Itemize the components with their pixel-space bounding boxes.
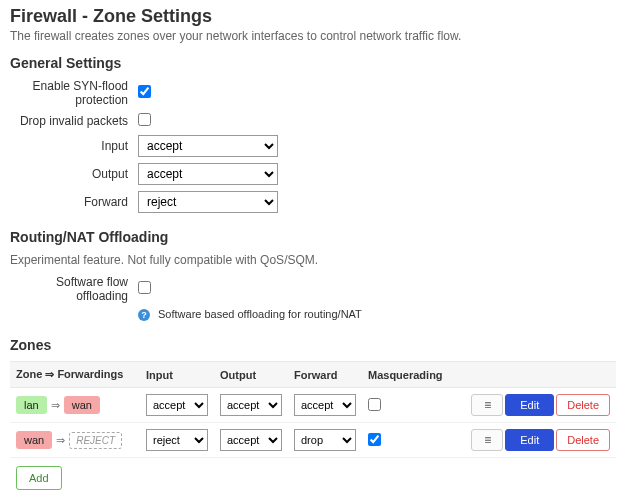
page-title: Firewall - Zone Settings [10, 6, 616, 27]
table-row: lan⇒wanacceptrejectdropacceptrejectdropa… [10, 388, 616, 423]
drop-invalid-checkbox[interactable] [138, 113, 151, 126]
edit-button[interactable]: Edit [505, 394, 554, 416]
arrow-icon: ⇒ [56, 434, 65, 446]
table-row: wan⇒REJECTacceptrejectdropacceptrejectdr… [10, 423, 616, 458]
zone-badge-dst[interactable]: wan [64, 396, 100, 414]
offload-hint: Software based offloading for routing/NA… [158, 308, 362, 320]
zone-output-select[interactable]: acceptrejectdrop [220, 394, 282, 416]
forward-label: Forward [10, 195, 138, 209]
edit-button[interactable]: Edit [505, 429, 554, 451]
zone-output-select[interactable]: acceptrejectdrop [220, 429, 282, 451]
zone-input-select[interactable]: acceptrejectdrop [146, 394, 208, 416]
zones-heading: Zones [10, 337, 616, 353]
general-heading: General Settings [10, 55, 616, 71]
col-forward: Forward [288, 362, 362, 388]
zone-forward-select[interactable]: acceptrejectdrop [294, 429, 356, 451]
add-button[interactable]: Add [16, 466, 62, 490]
col-output: Output [214, 362, 288, 388]
syn-flood-checkbox[interactable] [138, 85, 151, 98]
zone-forward-select[interactable]: acceptrejectdrop [294, 394, 356, 416]
offloading-heading: Routing/NAT Offloading [10, 229, 616, 245]
delete-button[interactable]: Delete [556, 394, 610, 416]
forward-select[interactable]: acceptrejectdrop [138, 191, 278, 213]
info-icon: ? [138, 309, 150, 321]
syn-flood-label: Enable SYN-flood protection [10, 79, 138, 107]
software-offload-checkbox[interactable] [138, 281, 151, 294]
delete-button[interactable]: Delete [556, 429, 610, 451]
page-subtitle: The firewall creates zones over your net… [10, 29, 616, 43]
zones-table: Zone ⇒ Forwardings Input Output Forward … [10, 361, 616, 458]
drag-handle-icon[interactable]: ≡ [471, 394, 503, 416]
software-offload-label: Software flow offloading [10, 275, 138, 303]
drag-handle-icon[interactable]: ≡ [471, 429, 503, 451]
offloading-subtitle: Experimental feature. Not fully compatib… [10, 253, 616, 267]
zone-badge-src[interactable]: wan [16, 431, 52, 449]
output-select[interactable]: acceptrejectdrop [138, 163, 278, 185]
drop-invalid-label: Drop invalid packets [10, 114, 138, 128]
zone-input-select[interactable]: acceptrejectdrop [146, 429, 208, 451]
col-input: Input [140, 362, 214, 388]
zone-badge-src[interactable]: lan [16, 396, 47, 414]
masq-checkbox[interactable] [368, 398, 381, 411]
col-masq: Masquerading [362, 362, 463, 388]
input-select[interactable]: acceptrejectdrop [138, 135, 278, 157]
zone-badge-reject[interactable]: REJECT [69, 432, 122, 449]
col-zone-fwd: Zone ⇒ Forwardings [10, 362, 140, 388]
input-label: Input [10, 139, 138, 153]
output-label: Output [10, 167, 138, 181]
arrow-icon: ⇒ [51, 399, 60, 411]
masq-checkbox[interactable] [368, 433, 381, 446]
